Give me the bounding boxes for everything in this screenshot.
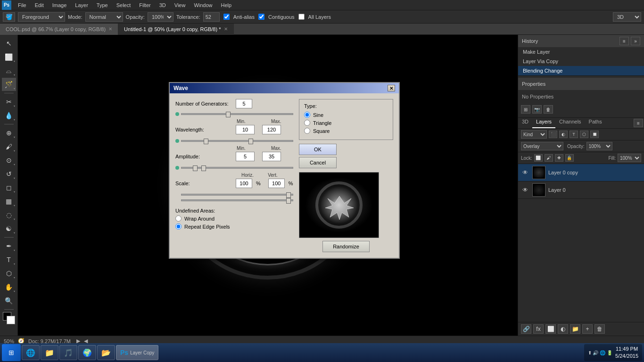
history-item-make-layer[interactable]: Make Layer: [518, 47, 644, 57]
menu-image[interactable]: Image: [49, 1, 71, 9]
zoom-tool[interactable]: 🔍: [2, 294, 16, 307]
mode-select[interactable]: Normal: [85, 12, 123, 22]
menu-file[interactable]: File: [14, 1, 30, 9]
menu-layer[interactable]: Layer: [71, 1, 92, 9]
menu-3d[interactable]: 3D: [156, 1, 170, 9]
pen-tool[interactable]: ✒▾: [2, 239, 16, 253]
num-generators-input[interactable]: [236, 99, 252, 108]
layer-link-btn[interactable]: 🔗: [521, 324, 531, 334]
amplitude-slider[interactable]: [181, 167, 293, 169]
background-color[interactable]: [7, 316, 15, 324]
lasso-tool[interactable]: ⌓▾: [2, 64, 16, 77]
wavelength-thumb-left[interactable]: [204, 139, 208, 144]
lock-image[interactable]: 🖌: [545, 154, 553, 162]
tab-untitled-close[interactable]: ✕: [224, 26, 228, 32]
wavelength-slider[interactable]: [181, 140, 293, 142]
start-button[interactable]: ⊞: [2, 344, 21, 361]
tab-cool-close[interactable]: ✕: [108, 26, 112, 32]
amplitude-max-input[interactable]: [262, 152, 281, 161]
menu-filter[interactable]: Filter: [135, 1, 154, 9]
contiguous-check[interactable]: [258, 14, 264, 20]
num-generators-thumb[interactable]: [226, 112, 231, 117]
opacity-layer-select[interactable]: 100%: [586, 142, 612, 150]
dialog-close-btn[interactable]: ✕: [388, 85, 395, 91]
tab-3d[interactable]: 3D: [518, 118, 532, 128]
blend-mode-select[interactable]: Overlay: [521, 142, 563, 150]
amplitude-min-input[interactable]: [236, 152, 255, 161]
scale-thumb-vert[interactable]: [286, 198, 291, 204]
fg-bg-colors[interactable]: [3, 312, 15, 324]
layer-fx-btn[interactable]: fx: [533, 324, 544, 334]
kind-filter-type[interactable]: T: [570, 131, 578, 138]
kind-filter-pixel[interactable]: ⬛: [549, 131, 557, 138]
lock-all[interactable]: 🔒: [565, 154, 574, 162]
magic-wand-tool[interactable]: 🪄▾: [2, 78, 16, 91]
clone-tool[interactable]: ⊙▾: [2, 154, 16, 167]
tab-untitled[interactable]: Untitled-1 @ 50% (Layer 0 copy, RGB/8) *…: [118, 24, 233, 35]
sine-radio[interactable]: [304, 112, 310, 118]
foreground-select[interactable]: Foreground: [18, 12, 65, 22]
square-radio[interactable]: [304, 128, 310, 134]
kind-filter-adjust[interactable]: ◐: [559, 131, 568, 138]
history-brush-tool[interactable]: ↺▾: [2, 167, 16, 181]
layer-new-btn[interactable]: +: [582, 324, 593, 334]
dodge-tool[interactable]: ☯▾: [2, 222, 16, 235]
taskbar-photoshop[interactable]: Ps Layer Copy: [116, 345, 158, 360]
wavelength-max-input[interactable]: [262, 125, 281, 134]
history-item-blending-change[interactable]: Blending Change: [518, 66, 644, 75]
tab-layers[interactable]: Layers: [532, 118, 555, 128]
repeat-edge-radio[interactable]: [175, 223, 182, 230]
menu-window[interactable]: Window: [190, 1, 216, 9]
selection-tool[interactable]: ⬜▾: [2, 50, 16, 64]
kind-filter-shape[interactable]: ⬡: [580, 131, 588, 138]
kind-select[interactable]: Kind: [521, 130, 547, 139]
text-tool[interactable]: T▾: [2, 253, 16, 266]
taskbar-media[interactable]: 🎵: [59, 345, 77, 360]
prop-icon-3[interactable]: 🗑: [544, 105, 553, 114]
ok-button[interactable]: OK: [299, 144, 337, 155]
eyedropper-tool[interactable]: 💧▾: [2, 109, 16, 122]
color-box[interactable]: [2, 312, 16, 325]
canvas-area[interactable]: Wave ✕ Number of Generators:: [18, 35, 518, 336]
layers-menu-btn[interactable]: ≡: [634, 119, 643, 127]
hand-tool[interactable]: ✋▾: [2, 280, 16, 294]
prop-icon-2[interactable]: 📷: [532, 105, 542, 114]
prop-icon-1[interactable]: ⊞: [521, 105, 530, 114]
menu-help[interactable]: Help: [217, 1, 236, 9]
tab-cool[interactable]: COOL.psd @ 66.7% (Layer 0 copy, RGB/8) ✕: [0, 24, 118, 35]
amplitude-thumb-right[interactable]: [201, 165, 206, 171]
history-menu-btn[interactable]: ≡: [619, 37, 629, 45]
layer-eye-0copy[interactable]: 👁: [521, 168, 529, 177]
scale-horiz-input[interactable]: [236, 179, 252, 188]
layer-mask-btn[interactable]: ⬜: [545, 324, 556, 334]
gradient-tool[interactable]: ▦▾: [2, 195, 16, 208]
fill-select[interactable]: 100%: [618, 154, 641, 162]
menu-type[interactable]: Type: [93, 1, 112, 9]
scale-vert-input[interactable]: [268, 179, 285, 188]
taskbar-folder[interactable]: 📂: [97, 345, 115, 360]
layer-group-btn[interactable]: 📁: [570, 324, 580, 334]
tab-paths[interactable]: Paths: [585, 118, 606, 128]
menu-select[interactable]: Select: [113, 1, 135, 9]
scale-thumb-horiz[interactable]: [286, 192, 291, 198]
kind-filter-smart[interactable]: 🔲: [590, 131, 599, 138]
opacity-select[interactable]: 100%: [148, 12, 173, 22]
tab-channels[interactable]: Channels: [555, 118, 585, 128]
layer-delete-btn[interactable]: 🗑: [594, 324, 605, 334]
move-tool[interactable]: ↖: [2, 37, 16, 50]
tolerance-input[interactable]: [203, 12, 220, 22]
lock-transparent[interactable]: ⬜: [534, 154, 543, 162]
wrap-around-radio[interactable]: [175, 215, 182, 222]
shape-tool[interactable]: ⬡▾: [2, 267, 16, 280]
layer-item-layer0copy[interactable]: 👁 Layer 0 copy: [518, 164, 644, 181]
cancel-button[interactable]: Cancel: [299, 157, 337, 168]
scale-slider-horiz[interactable]: [181, 194, 293, 196]
taskbar-browser[interactable]: 🌍: [78, 345, 96, 360]
layer-eye-0[interactable]: 👁: [521, 186, 529, 194]
lock-position[interactable]: ✚: [555, 154, 563, 162]
tool-preset-btn[interactable]: 🪣: [3, 12, 15, 22]
triangle-radio[interactable]: [304, 120, 310, 126]
anti-alias-check[interactable]: [223, 14, 230, 20]
brush-tool[interactable]: 🖌▾: [2, 140, 16, 153]
wavelength-min-input[interactable]: [236, 125, 255, 134]
